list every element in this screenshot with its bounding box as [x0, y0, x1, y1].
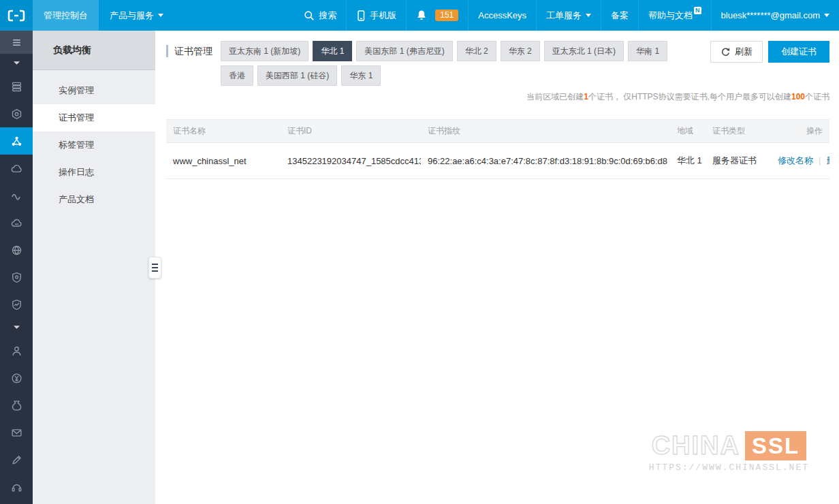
- refresh-icon: [721, 47, 731, 57]
- col-actions: 操作: [771, 120, 829, 143]
- cell-fingerprint: 96:22:ae:a6:c4:3a:e7:47:8c:87:8f:d3:18:9…: [421, 143, 670, 179]
- nav-beian-label: 备案: [611, 10, 629, 22]
- modify-name-link[interactable]: 修改名称: [778, 155, 813, 166]
- quota-note: 当前区域已创建1个证书， 仅HTTPS协议需要证书,每个用户最多可以创建100个…: [155, 90, 839, 103]
- load-balancer-icon[interactable]: [0, 127, 33, 155]
- vpc-icon[interactable]: [0, 182, 33, 209]
- mail-icon[interactable]: [0, 419, 33, 446]
- nav-account-label: bluesk*******@gmail.com: [721, 10, 820, 20]
- certificate-row: www_chinassl_net1345223192034747_1585cdc…: [166, 143, 829, 179]
- edit-pencil-icon[interactable]: [0, 446, 33, 473]
- region-tab[interactable]: 亚太东北 1 (日本): [544, 41, 624, 61]
- storage-cloud-icon[interactable]: [0, 209, 33, 236]
- support-icon[interactable]: [0, 473, 33, 501]
- nav-search[interactable]: 搜索: [294, 0, 346, 31]
- chevron-down-icon: [824, 14, 829, 17]
- region-tabs: 亚太东南 1 (新加坡)华北 1美国东部 1 (弗吉尼亚)华北 2华东 2亚太东…: [221, 41, 671, 90]
- sidebar-menu: 实例管理证书管理标签管理操作日志产品文档: [33, 70, 155, 213]
- security-shield-icon[interactable]: [0, 264, 33, 291]
- region-tab[interactable]: 华东 1: [341, 65, 381, 86]
- billing-yen-icon[interactable]: [0, 364, 33, 392]
- region-tab[interactable]: 美国西部 1 (硅谷): [257, 65, 337, 86]
- nav-help-label: 帮助与文档: [648, 10, 693, 22]
- nav-accesskeys[interactable]: AccessKeys: [468, 0, 536, 31]
- nav-tickets-menu[interactable]: 工单服务: [536, 0, 601, 31]
- max-count: 100: [791, 92, 805, 101]
- globe-icon[interactable]: [0, 236, 33, 264]
- refresh-button[interactable]: 刷新: [710, 41, 763, 63]
- notification-count-badge: 151: [435, 10, 458, 21]
- watermark-url: HTTPS://WWW.CHINASSL.NET: [649, 462, 809, 473]
- new-badge: N: [694, 7, 701, 14]
- cell-id: 1345223192034747_1585cdcc413: [281, 143, 421, 179]
- region-tab[interactable]: 华南 1: [628, 41, 667, 61]
- col-fingerprint: 证书指纹: [421, 120, 670, 143]
- nav-mobile-label: 手机版: [370, 10, 396, 22]
- nav-console-label: 管理控制台: [44, 10, 88, 22]
- region-tab[interactable]: 华北 1: [313, 41, 352, 61]
- nav-help[interactable]: 帮助与文档 N: [638, 0, 711, 31]
- chevron-down-icon[interactable]: [0, 54, 33, 73]
- mobile-phone-icon: [356, 10, 366, 21]
- instances-icon[interactable]: [0, 100, 33, 127]
- bell-icon: [416, 10, 427, 21]
- table-header-row: 证书名称 证书ID 证书指纹 地域 证书类型 操作: [166, 120, 829, 143]
- nav-products-label: 产品与服务: [110, 10, 154, 22]
- nav-console[interactable]: 管理控制台: [33, 0, 99, 31]
- cdn-icon[interactable]: [0, 155, 33, 182]
- col-cert-type: 证书类型: [706, 120, 771, 143]
- nav-tickets-label: 工单服务: [546, 10, 582, 22]
- nav-beian[interactable]: 备案: [601, 0, 638, 31]
- sidebar-item-tags[interactable]: 标签管理: [33, 131, 155, 159]
- cell-name: www_chinassl_net: [166, 143, 281, 179]
- sidebar-title: 负载均衡: [33, 31, 155, 70]
- monitor-shield-icon[interactable]: [0, 291, 33, 318]
- nav-notifications[interactable]: 151: [406, 0, 468, 31]
- nav-products-menu[interactable]: 产品与服务: [99, 0, 174, 31]
- nav-accesskeys-label: AccessKeys: [478, 10, 526, 20]
- menu-icon[interactable]: [0, 31, 33, 54]
- col-cert-id: 证书ID: [281, 120, 421, 143]
- icon-rail: [0, 31, 33, 504]
- watermark-brand: CHINA: [652, 431, 740, 460]
- nav-account-menu[interactable]: bluesk*******@gmail.com: [711, 0, 839, 31]
- col-cert-name: 证书名称: [166, 120, 281, 143]
- servers-icon[interactable]: [0, 73, 33, 100]
- chevron-down-icon: [586, 14, 591, 17]
- aliyun-logo-icon[interactable]: [0, 0, 33, 31]
- funds-bag-icon[interactable]: [0, 392, 33, 419]
- created-count: 1: [584, 92, 588, 101]
- certificate-table: 证书名称 证书ID 证书指纹 地域 证书类型 操作 www_chinassl_n…: [166, 119, 829, 179]
- chinassl-watermark: CHINA SSL HTTPS://WWW.CHINASSL.NET: [649, 431, 809, 473]
- chevron-down-icon[interactable]: [0, 318, 33, 337]
- region-tab[interactable]: 亚太东南 1 (新加坡): [221, 41, 308, 61]
- cell-actions: 修改名称|删除: [771, 143, 829, 179]
- page-title: 证书管理: [166, 45, 212, 57]
- sidebar-collapse-handle[interactable]: [148, 257, 161, 279]
- chevron-down-icon: [158, 14, 163, 17]
- nav-search-label: 搜索: [319, 10, 336, 22]
- search-icon: [304, 10, 315, 21]
- region-tab[interactable]: 华东 2: [501, 41, 540, 61]
- sidebar-item-product-docs[interactable]: 产品文档: [33, 186, 155, 213]
- sidebar-item-instances[interactable]: 实例管理: [33, 77, 155, 104]
- aliyun-logo-glyph: [7, 10, 25, 22]
- region-tab[interactable]: 华北 2: [457, 41, 496, 61]
- sidebar-item-operation-logs[interactable]: 操作日志: [33, 159, 155, 186]
- sidebar-item-certificates[interactable]: 证书管理: [33, 104, 155, 131]
- user-icon[interactable]: [0, 337, 33, 364]
- action-separator: |: [819, 155, 821, 166]
- cell-type: 服务器证书: [706, 143, 771, 179]
- main-content: 证书管理 亚太东南 1 (新加坡)华北 1美国东部 1 (弗吉尼亚)华北 2华东…: [155, 31, 839, 504]
- delete-link[interactable]: 删除: [826, 155, 829, 166]
- col-region: 地域: [670, 120, 706, 143]
- region-tab[interactable]: 香港: [221, 65, 253, 86]
- watermark-ssl-badge: SSL: [745, 431, 806, 460]
- top-nav: 管理控制台 产品与服务 搜索 手机版 151: [0, 0, 839, 31]
- nav-mobile[interactable]: 手机版: [346, 0, 406, 31]
- sidebar: 负载均衡 实例管理证书管理标签管理操作日志产品文档: [33, 31, 155, 504]
- region-tab[interactable]: 美国东部 1 (弗吉尼亚): [356, 41, 452, 61]
- create-certificate-button[interactable]: 创建证书: [768, 41, 829, 63]
- refresh-button-label: 刷新: [735, 46, 753, 58]
- cell-region: 华北 1: [670, 143, 706, 179]
